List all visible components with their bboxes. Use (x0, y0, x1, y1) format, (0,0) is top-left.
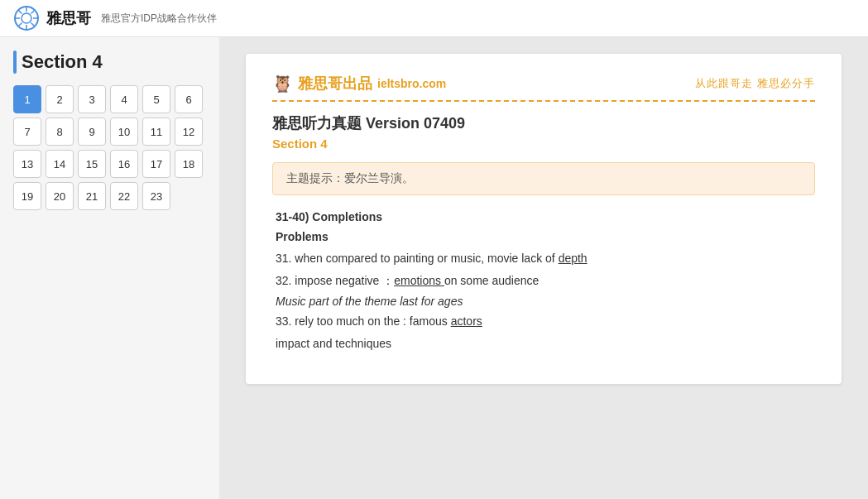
card-brand-name: 雅思哥出品 (298, 74, 372, 94)
content-card: 🦉 雅思哥出品 ieltsbro.com 从此跟哥走 雅思必分手 雅思听力真题 … (246, 54, 842, 384)
question-btn-21[interactable]: 21 (78, 182, 106, 210)
question-btn-15[interactable]: 15 (78, 150, 106, 178)
q33-answer: actors (451, 314, 482, 328)
question-btn-17[interactable]: 17 (142, 150, 170, 178)
card-slogan: 从此跟哥走 雅思必分手 (695, 76, 815, 91)
question-btn-7[interactable]: 7 (13, 118, 41, 146)
sidebar: Section 4 1 2 3 4 5 6 7 8 9 10 11 12 13 … (0, 37, 219, 499)
question-btn-19[interactable]: 19 (13, 182, 41, 210)
section-header: Section 4 (13, 50, 206, 74)
questions-section: 31-40) Completions Problems 31. when com… (272, 210, 815, 353)
question-btn-12[interactable]: 12 (175, 118, 203, 146)
question-btn-1[interactable]: 1 (13, 85, 41, 113)
question-32: 32. impose negative ：emotions on some au… (276, 272, 815, 290)
question-33: 33. rely too much on the : famous actors (276, 313, 815, 330)
question-btn-5[interactable]: 5 (142, 85, 170, 113)
main-content: 🦉 雅思哥出品 ieltsbro.com 从此跟哥走 雅思必分手 雅思听力真题 … (219, 37, 868, 499)
section-title: Section 4 (22, 51, 103, 73)
impact-label: impact and techniques (276, 335, 815, 353)
question-btn-13[interactable]: 13 (13, 150, 41, 178)
question-btn-16[interactable]: 16 (110, 150, 138, 178)
music-note: Music part of the theme last for ages (276, 295, 815, 308)
question-btn-11[interactable]: 11 (142, 118, 170, 146)
svg-line-8 (31, 10, 36, 14)
topic-hint: 主题提示：爱尔兰导演。 (272, 162, 815, 195)
question-btn-22[interactable]: 22 (110, 182, 138, 210)
card-section-label: Section 4 (272, 137, 815, 151)
card-brand-site: ieltsbro.com (377, 77, 446, 90)
brand-owl-icon: 🦉 (272, 74, 293, 94)
section-indicator (13, 50, 17, 74)
question-btn-14[interactable]: 14 (46, 150, 74, 178)
problems-label: Problems (276, 230, 815, 243)
question-btn-6[interactable]: 6 (175, 85, 203, 113)
card-brand: 🦉 雅思哥出品 ieltsbro.com (272, 74, 446, 94)
question-grid: 1 2 3 4 5 6 7 8 9 10 11 12 13 14 15 16 1… (13, 85, 206, 210)
question-btn-20[interactable]: 20 (46, 182, 74, 210)
logo-area: 雅思哥 雅思官方IDP战略合作伙伴 (13, 5, 217, 31)
brand-name: 雅思哥 (46, 8, 91, 28)
card-header: 🦉 雅思哥出品 ieltsbro.com 从此跟哥走 雅思必分手 (272, 74, 815, 94)
main-layout: Section 4 1 2 3 4 5 6 7 8 9 10 11 12 13 … (0, 37, 868, 499)
svg-line-6 (18, 10, 22, 14)
svg-line-7 (31, 23, 36, 27)
questions-range: 31-40) Completions (276, 210, 815, 223)
question-btn-10[interactable]: 10 (110, 118, 138, 146)
question-btn-9[interactable]: 9 (78, 118, 106, 146)
brand-icon (13, 5, 40, 31)
svg-line-9 (18, 23, 22, 27)
nav-subtitle: 雅思官方IDP战略合作伙伴 (101, 12, 217, 26)
question-btn-8[interactable]: 8 (46, 118, 74, 146)
svg-point-1 (22, 13, 31, 23)
question-btn-2[interactable]: 2 (46, 85, 74, 113)
question-btn-4[interactable]: 4 (110, 85, 138, 113)
question-btn-23[interactable]: 23 (142, 182, 170, 210)
question-btn-18[interactable]: 18 (175, 150, 203, 178)
question-31: 31. when compared to painting or music, … (276, 250, 815, 267)
version-title: 雅思听力真题 Version 07409 (272, 113, 815, 133)
q32-answer: emotions (394, 274, 444, 287)
top-navigation: 雅思哥 雅思官方IDP战略合作伙伴 (0, 0, 868, 37)
q31-answer: depth (559, 252, 587, 265)
dashed-divider (272, 100, 815, 102)
question-btn-3[interactable]: 3 (78, 85, 106, 113)
